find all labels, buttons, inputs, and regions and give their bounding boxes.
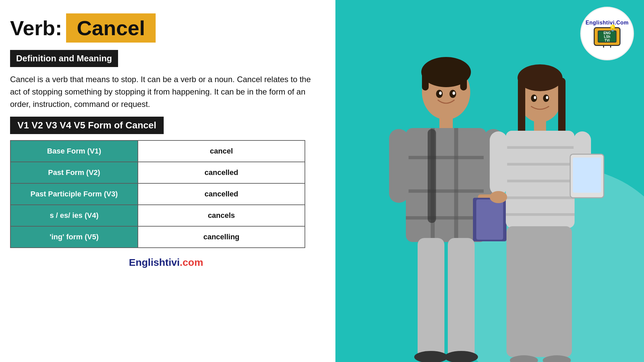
svg-rect-12 xyxy=(389,129,409,203)
form-value-5: cancelling xyxy=(138,226,305,248)
svg-rect-30 xyxy=(534,119,546,131)
form-label-2: Past Form (V2) xyxy=(10,162,138,183)
forms-heading: V1 V2 V3 V4 V5 Form of Cancel xyxy=(10,117,164,134)
form-value-3: cancelled xyxy=(138,183,305,205)
form-label-3: Past Participle Form (V3) xyxy=(10,183,138,205)
students-illustration xyxy=(342,40,637,362)
table-row: 'ing' form (V5)cancelling xyxy=(10,226,305,248)
svg-rect-4 xyxy=(439,116,453,129)
right-panel: Englishtivi.Com ENGLShTVi 💡 xyxy=(335,0,644,362)
logo-circle: Englishtivi.Com ENGLShTVi 💡 xyxy=(580,7,634,60)
svg-point-50 xyxy=(534,96,536,99)
svg-rect-37 xyxy=(490,131,507,195)
svg-rect-18 xyxy=(418,238,444,359)
definition-text: Cancel is a verb that means to stop. It … xyxy=(10,73,322,111)
word-badge: Cancel xyxy=(66,13,156,43)
svg-point-25 xyxy=(452,92,455,95)
form-value-1: cancel xyxy=(138,140,305,162)
definition-heading: Definition and Meaning xyxy=(10,50,118,67)
form-value-4: cancels xyxy=(138,205,305,226)
logo-tv-leg-right xyxy=(610,45,611,48)
logo-tv: ENGLShTVi 💡 xyxy=(594,27,621,46)
form-label-4: s / es/ ies (V4) xyxy=(10,205,138,226)
svg-point-39 xyxy=(490,191,507,203)
logo-top-text: Englishtivi.Com xyxy=(586,20,629,26)
verb-label: Verb: xyxy=(10,16,62,40)
svg-point-24 xyxy=(439,92,442,95)
left-panel: Verb: Cancel Definition and Meaning Canc… xyxy=(0,0,335,362)
logo-tv-screen: ENGLShTVi xyxy=(598,31,616,43)
verb-forms-table: Base Form (V1)cancelPast Form (V2)cancel… xyxy=(10,140,305,248)
form-label-5: 'ing' form (V5) xyxy=(10,226,138,248)
bulb-icon: 💡 xyxy=(608,24,617,32)
svg-rect-2 xyxy=(422,72,429,90)
logo-tv-leg-left xyxy=(603,45,604,48)
table-row: s / es/ ies (V4)cancels xyxy=(10,205,305,226)
brand-name-blue: Englishtivi xyxy=(129,257,180,268)
table-row: Past Form (V2)cancelled xyxy=(10,162,305,183)
svg-rect-19 xyxy=(448,238,475,359)
svg-rect-44 xyxy=(513,272,535,362)
svg-rect-42 xyxy=(573,158,601,193)
table-row: Base Form (V1)cancel xyxy=(10,140,305,162)
footer-brand: Englishtivi.com xyxy=(10,257,322,268)
form-value-2: cancelled xyxy=(138,162,305,183)
logo-tv-legs xyxy=(603,45,611,48)
svg-point-51 xyxy=(546,96,548,99)
svg-rect-45 xyxy=(546,272,568,362)
svg-rect-3 xyxy=(460,72,467,90)
form-label-1: Base Form (V1) xyxy=(10,140,138,162)
logo-tv-label: ENGLShTVi xyxy=(603,31,611,42)
title-row: Verb: Cancel xyxy=(10,13,322,43)
brand-name-red: .com xyxy=(180,257,203,268)
svg-rect-16 xyxy=(476,199,503,240)
svg-rect-17 xyxy=(428,129,436,223)
table-row: Past Participle Form (V3)cancelled xyxy=(10,183,305,205)
